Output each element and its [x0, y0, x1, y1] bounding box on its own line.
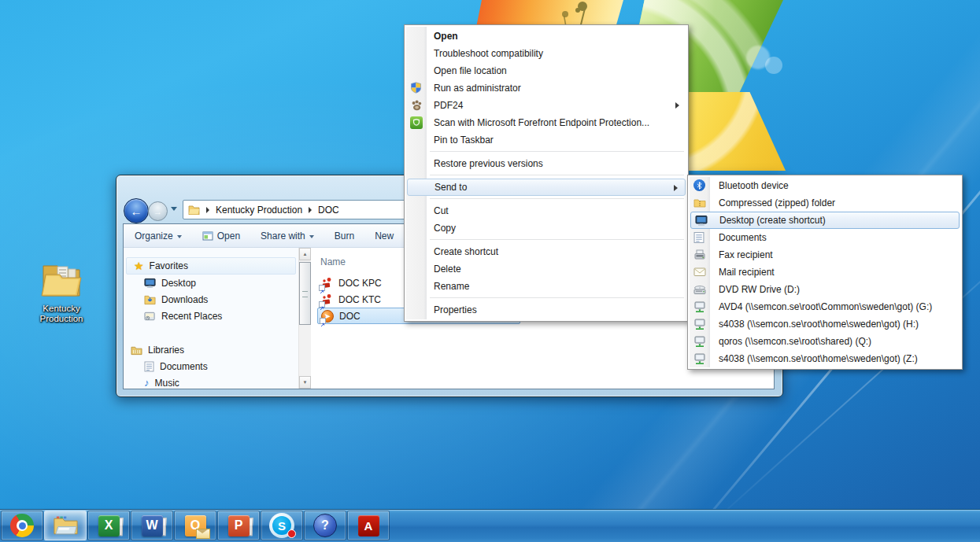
menu-item-copy[interactable]: Copy: [406, 219, 686, 237]
taskbar-button-excel[interactable]: X: [87, 511, 130, 540]
menu-item-rename[interactable]: Rename: [406, 278, 686, 295]
sendto-item-fax-recipient[interactable]: Fax recipient: [690, 246, 960, 264]
shortcut-file-icon: [320, 277, 333, 289]
word-icon: W: [142, 515, 163, 536]
taskbar-button-adobe-reader[interactable]: A: [347, 511, 390, 540]
menu-item-run-as-administrator[interactable]: Run as administrator: [406, 79, 686, 97]
skype-notification-badge: [287, 529, 296, 538]
skype-icon: S: [269, 513, 294, 538]
submenu-arrow-icon: [675, 102, 679, 109]
breadcrumb-separator-icon: [206, 207, 209, 213]
sidebar-item-documents[interactable]: Documents: [124, 358, 298, 374]
taskbar-button-skype[interactable]: S: [261, 511, 303, 540]
burn-button[interactable]: Burn: [335, 230, 354, 242]
desktop-icon-label: Kentucky Production: [27, 304, 96, 324]
scroll-down-icon[interactable]: ▼: [299, 376, 311, 389]
shortcut-arrow-icon: [319, 285, 325, 291]
taskbar-button-windows-explorer[interactable]: [44, 511, 87, 540]
submenu-arrow-icon: [674, 185, 678, 191]
breadcrumb-folder[interactable]: Kentucky Production: [216, 205, 302, 216]
menu-separator: [430, 239, 684, 240]
sidebar-item-recent-places[interactable]: Recent Places: [124, 308, 298, 324]
menu-item-cut[interactable]: Cut: [406, 202, 686, 219]
windows-explorer-icon: [53, 514, 79, 536]
menu-item-open-file-location[interactable]: Open file location: [406, 62, 686, 79]
sidebar-scrollbar[interactable]: ▲ ▼: [298, 248, 311, 389]
sidebar-item-downloads[interactable]: Downloads: [124, 291, 298, 308]
taskbar-buttons: X W O P S ? A: [1, 511, 390, 541]
menu-item-pdf24[interactable]: PDF24: [406, 97, 686, 114]
network-drive-icon: [693, 335, 706, 348]
organize-button[interactable]: Organize: [135, 230, 182, 242]
shortcut-arrow-icon: [319, 301, 325, 308]
menu-item-send-to[interactable]: Send to: [407, 179, 686, 196]
scroll-up-icon[interactable]: ▲: [299, 248, 311, 260]
forward-button[interactable]: →: [148, 201, 168, 221]
sendto-item-network-drive-z[interactable]: s4038 (\\semcon.se\root\home\sweden\got)…: [690, 350, 960, 367]
breadcrumb-separator-icon: [309, 207, 312, 213]
shortcut-arrow-icon: [320, 318, 326, 324]
scrollbar-grip: [302, 291, 308, 297]
scrollbar-thumb[interactable]: [299, 262, 311, 325]
mail-envelope-icon: [693, 266, 706, 278]
menu-item-troubleshoot-compatibility[interactable]: Troubleshoot compatibility: [406, 45, 686, 62]
new-folder-button[interactable]: New: [375, 230, 394, 242]
zip-folder-icon: [693, 197, 706, 209]
folder-icon: [39, 288, 84, 301]
sendto-item-dvd-rw-drive[interactable]: DVD RW Drive (D:): [690, 281, 960, 298]
menu-item-properties[interactable]: Properties: [406, 301, 686, 319]
sendto-item-network-drive-h[interactable]: s4038 (\\semcon.se\root\home\sweden\got)…: [690, 315, 960, 333]
context-menu: Open Troubleshoot compatibility Open fil…: [404, 24, 689, 322]
address-folder-icon: [188, 205, 200, 215]
share-with-button[interactable]: Share with: [261, 230, 314, 242]
taskbar-button-google-chrome[interactable]: [1, 511, 43, 540]
powerpoint-sheet: [242, 517, 253, 536]
taskbar-button-help[interactable]: ?: [304, 511, 346, 540]
open-button[interactable]: Open: [202, 230, 240, 242]
sendto-item-network-drive-q[interactable]: qoros (\\semcon.se\root\shared) (Q:): [690, 333, 960, 350]
menu-item-scan-with-forefront[interactable]: Scan with Microsoft Forefront Endpoint P…: [406, 114, 686, 131]
uac-shield-icon: [410, 82, 423, 94]
network-drive-icon: [693, 318, 706, 330]
powerpoint-icon: P: [228, 515, 250, 536]
menu-item-open[interactable]: Open: [406, 28, 686, 45]
desktop-icon-kentucky-production[interactable]: Kentucky Production: [27, 260, 96, 324]
music-icon: ♪: [144, 378, 150, 388]
sendto-item-mail-recipient[interactable]: Mail recipient: [690, 264, 960, 281]
sendto-item-bluetooth-device[interactable]: Bluetooth device: [690, 177, 960, 194]
forefront-shield-icon: [410, 116, 423, 129]
breadcrumb-subfolder[interactable]: DOC: [318, 205, 339, 216]
dvd-drive-icon: [693, 283, 706, 296]
taskbar-button-powerpoint[interactable]: P: [217, 511, 260, 540]
menu-item-restore-previous-versions[interactable]: Restore previous versions: [406, 155, 686, 172]
back-button[interactable]: ←: [124, 198, 149, 223]
excel-sheet: [113, 517, 123, 536]
menu-item-delete[interactable]: Delete: [406, 260, 686, 278]
document-icon: [144, 361, 154, 372]
chevron-down-icon: [177, 235, 182, 238]
taskbar-button-outlook[interactable]: O: [174, 511, 216, 540]
menu-separator: [430, 198, 684, 199]
menu-item-create-shortcut[interactable]: Create shortcut: [406, 243, 686, 260]
sendto-item-desktop-create-shortcut[interactable]: Desktop (create shortcut): [690, 212, 960, 229]
sidebar-item-favorites[interactable]: ★ Favorites: [126, 257, 296, 275]
sendto-item-zipped-folder[interactable]: Compressed (zipped) folder: [690, 194, 960, 212]
network-drive-icon: [693, 300, 706, 313]
star-icon: ★: [134, 260, 144, 271]
sidebar-item-music[interactable]: ♪ Music: [124, 374, 298, 389]
desktop-screen: Kentucky Production ← → Kentucky Product…: [0, 0, 980, 542]
sidebar-item-desktop[interactable]: Desktop: [124, 275, 298, 291]
taskbar-button-word[interactable]: W: [131, 511, 173, 540]
sendto-item-documents[interactable]: Documents: [690, 229, 960, 246]
open-window-icon: [202, 231, 213, 241]
network-drive-icon: [693, 352, 706, 365]
monitor-icon: [144, 278, 156, 289]
bluetooth-icon: [693, 179, 706, 192]
fax-icon: [693, 249, 706, 261]
sendto-item-network-drive-g[interactable]: AVD4 (\\semcon.se\root\Common\sweden\got…: [690, 298, 960, 315]
menu-item-pin-to-taskbar[interactable]: Pin to Taskbar: [406, 131, 686, 149]
libraries-icon: [131, 345, 142, 356]
recent-pages-dropdown-icon[interactable]: [171, 207, 177, 211]
chrome-icon: [10, 514, 34, 537]
sidebar-item-libraries[interactable]: Libraries: [124, 341, 298, 358]
